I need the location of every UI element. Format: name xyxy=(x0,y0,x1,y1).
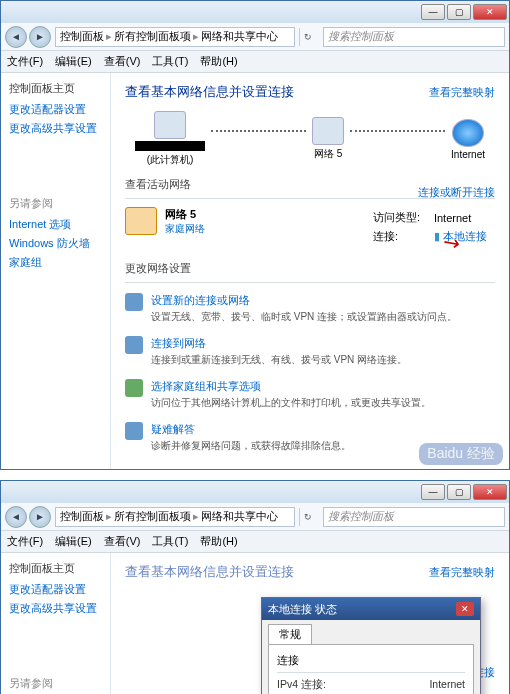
back-button[interactable]: ◄ xyxy=(5,26,27,48)
troubleshoot-icon xyxy=(125,422,143,440)
computer-icon xyxy=(154,111,186,139)
list-item: 连接到网络连接到或重新连接到无线、有线、拨号或 VPN 网络连接。 xyxy=(125,330,495,373)
menu-file[interactable]: 文件(F) xyxy=(7,54,43,69)
maximize-button[interactable]: ▢ xyxy=(447,484,471,500)
sidebar-heading: 控制面板主页 xyxy=(9,561,102,576)
network-name: 网络 5 xyxy=(165,207,365,222)
minimize-button[interactable]: — xyxy=(421,4,445,20)
this-pc-icon: (此计算机) xyxy=(135,111,205,167)
list-item: 选择家庭组和共享选项访问位于其他网络计算机上的文件和打印机，或更改共享设置。 xyxy=(125,373,495,416)
see-also-heading: 另请参阅 xyxy=(9,196,102,211)
homegroup-icon xyxy=(125,379,143,397)
search-input[interactable]: 搜索控制面板 xyxy=(323,507,505,527)
refresh-button[interactable]: ↻ xyxy=(299,28,315,46)
sidebar-link-adapter[interactable]: 更改适配器设置 xyxy=(9,102,102,117)
net-line xyxy=(350,130,445,132)
menu-help[interactable]: 帮助(H) xyxy=(200,534,237,549)
network-props: 访问类型:Internet 连接:▮ 本地连接 xyxy=(365,207,495,247)
dialog-close-button[interactable]: ✕ xyxy=(456,602,474,616)
breadcrumb-item[interactable]: 网络和共享中心 xyxy=(201,509,278,524)
globe-icon xyxy=(452,119,484,147)
conn-section-heading: 连接 xyxy=(277,653,465,668)
sidebar-heading: 控制面板主页 xyxy=(9,81,102,96)
local-connection-link[interactable]: 本地连接 xyxy=(443,230,487,242)
back-button[interactable]: ◄ xyxy=(5,506,27,528)
homegroup-link[interactable]: 选择家庭组和共享选项 xyxy=(151,379,431,394)
dialog-tabs: 常规 xyxy=(262,620,480,644)
titlebar: — ▢ ✕ xyxy=(1,481,509,503)
refresh-button[interactable]: ↻ xyxy=(299,508,315,526)
menubar: 文件(F) 编辑(E) 查看(V) 工具(T) 帮助(H) xyxy=(1,531,509,553)
see-also-heading: 另请参阅 xyxy=(9,676,102,691)
net-label: 网络 5 xyxy=(314,147,342,161)
signal-icon: ▮ xyxy=(434,230,440,242)
main-pane: 查看基本网络信息并设置连接 查看完整映射 连接或断开连接 本地连接 状态 ✕ 常… xyxy=(111,553,509,694)
main-pane: 查看基本网络信息并设置连接 查看完整映射 (此计算机) 网络 5 Interne… xyxy=(111,73,509,469)
settings-list: 设置新的连接或网络设置无线、宽带、拨号、临时或 VPN 连接；或设置路由器或访问… xyxy=(125,287,495,459)
sidebar: 控制面板主页 更改适配器设置 更改高级共享设置 另请参阅 Internet 选项… xyxy=(1,553,111,694)
breadcrumb[interactable]: 控制面板▸ 所有控制面板项▸ 网络和共享中心 xyxy=(55,27,295,47)
navbar: ◄ ► 控制面板▸ 所有控制面板项▸ 网络和共享中心 ↻ 搜索控制面板 xyxy=(1,503,509,531)
forward-button[interactable]: ► xyxy=(29,506,51,528)
sidebar-link-inetopts[interactable]: Internet 选项 xyxy=(9,217,102,232)
window-1: — ▢ ✕ ◄ ► 控制面板▸ 所有控制面板项▸ 网络和共享中心 ↻ 搜索控制面… xyxy=(0,0,510,470)
breadcrumb-item[interactable]: 所有控制面板项 xyxy=(114,29,191,44)
connect-icon xyxy=(125,336,143,354)
forward-button[interactable]: ► xyxy=(29,26,51,48)
troubleshoot-link[interactable]: 疑难解答 xyxy=(151,422,351,437)
menu-edit[interactable]: 编辑(E) xyxy=(55,54,92,69)
status-dialog: 本地连接 状态 ✕ 常规 连接 IPv4 连接:Internet IPv6 连接… xyxy=(261,597,481,694)
sidebar-link-homegroup[interactable]: 家庭组 xyxy=(9,255,102,270)
menu-tools[interactable]: 工具(T) xyxy=(152,534,188,549)
internet-icon: Internet xyxy=(451,119,485,160)
titlebar: — ▢ ✕ xyxy=(1,1,509,23)
watermark: Baidu 经验 xyxy=(419,443,503,465)
network-category-link[interactable]: 家庭网络 xyxy=(165,222,365,236)
close-button[interactable]: ✕ xyxy=(473,484,507,500)
router-icon xyxy=(312,117,344,145)
menu-view[interactable]: 查看(V) xyxy=(104,54,141,69)
search-input[interactable]: 搜索控制面板 xyxy=(323,27,505,47)
setup-connection-link[interactable]: 设置新的连接或网络 xyxy=(151,293,457,308)
breadcrumb-item[interactable]: 所有控制面板项 xyxy=(114,509,191,524)
inet-label: Internet xyxy=(451,149,485,160)
minimize-button[interactable]: — xyxy=(421,484,445,500)
menu-file[interactable]: 文件(F) xyxy=(7,534,43,549)
navbar: ◄ ► 控制面板▸ 所有控制面板项▸ 网络和共享中心 ↻ 搜索控制面板 xyxy=(1,23,509,51)
sidebar-link-adapter[interactable]: 更改适配器设置 xyxy=(9,582,102,597)
connect-network-link[interactable]: 连接到网络 xyxy=(151,336,407,351)
net-line xyxy=(211,130,306,132)
view-full-map-link[interactable]: 查看完整映射 xyxy=(429,565,495,580)
connect-disconnect-link[interactable]: 连接或断开连接 xyxy=(418,185,495,200)
setup-icon xyxy=(125,293,143,311)
dialog-titlebar[interactable]: 本地连接 状态 ✕ xyxy=(262,598,480,620)
tab-general[interactable]: 常规 xyxy=(268,624,312,644)
sidebar-link-sharing[interactable]: 更改高级共享设置 xyxy=(9,121,102,136)
breadcrumb-item[interactable]: 控制面板 xyxy=(60,509,104,524)
sidebar: 控制面板主页 更改适配器设置 更改高级共享设置 另请参阅 Internet 选项… xyxy=(1,73,111,469)
breadcrumb-item[interactable]: 控制面板 xyxy=(60,29,104,44)
maximize-button[interactable]: ▢ xyxy=(447,4,471,20)
dialog-body: 连接 IPv4 连接:Internet IPv6 连接:无网络访问权限 媒体状态… xyxy=(268,644,474,694)
pc-name-redacted xyxy=(135,141,205,151)
window-2: — ▢ ✕ ◄ ► 控制面板▸ 所有控制面板项▸ 网络和共享中心 ↻ 搜索控制面… xyxy=(0,480,510,694)
network-icon: 网络 5 xyxy=(312,117,344,161)
pc-label: (此计算机) xyxy=(147,153,194,167)
breadcrumb-item[interactable]: 网络和共享中心 xyxy=(201,29,278,44)
breadcrumb[interactable]: 控制面板▸ 所有控制面板项▸ 网络和共享中心 xyxy=(55,507,295,527)
menubar: 文件(F) 编辑(E) 查看(V) 工具(T) 帮助(H) xyxy=(1,51,509,73)
change-heading: 更改网络设置 xyxy=(125,261,495,276)
menu-tools[interactable]: 工具(T) xyxy=(152,54,188,69)
sidebar-link-firewall[interactable]: Windows 防火墙 xyxy=(9,236,102,251)
sidebar-link-sharing[interactable]: 更改高级共享设置 xyxy=(9,601,102,616)
menu-help[interactable]: 帮助(H) xyxy=(200,54,237,69)
dialog-title: 本地连接 状态 xyxy=(268,602,337,617)
network-map: (此计算机) 网络 5 Internet xyxy=(125,111,495,167)
view-full-map-link[interactable]: 查看完整映射 xyxy=(429,85,495,100)
menu-view[interactable]: 查看(V) xyxy=(104,534,141,549)
list-item: 设置新的连接或网络设置无线、宽带、拨号、临时或 VPN 连接；或设置路由器或访问… xyxy=(125,287,495,330)
close-button[interactable]: ✕ xyxy=(473,4,507,20)
active-network-row: 网络 5 家庭网络 访问类型:Internet 连接:▮ 本地连接 xyxy=(125,203,495,251)
house-icon xyxy=(125,207,157,235)
menu-edit[interactable]: 编辑(E) xyxy=(55,534,92,549)
